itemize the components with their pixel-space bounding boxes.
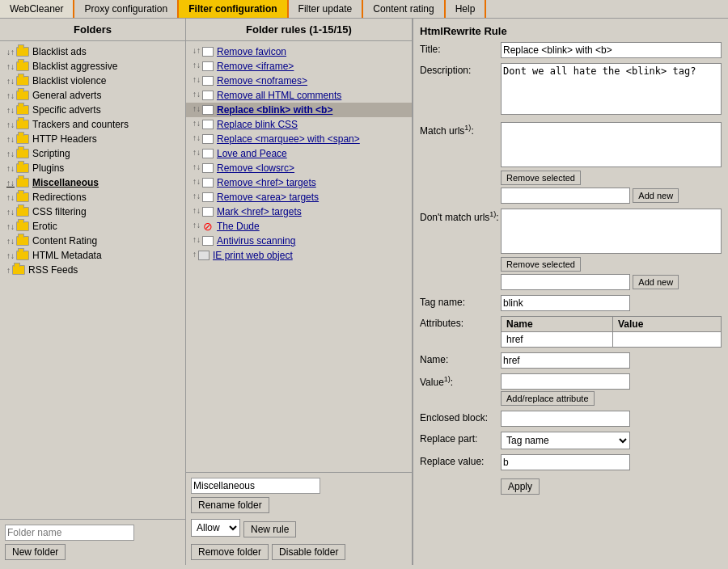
rule-arrows: ↑↓ [193,162,201,171]
rule-icon [202,61,214,71]
rule-item-replace-blink[interactable]: ↑↓ Replace <blink> with <b> [186,103,412,117]
rule-link[interactable]: Antivirus scanning [217,235,295,247]
rule-item-the-dude[interactable]: ↑↓ ⊘ The Dude [186,219,412,234]
dont-match-urls-box[interactable] [501,209,722,254]
dont-match-urls-remove-btn[interactable]: Remove selected [501,257,581,272]
folder-item-general-adverts[interactable]: ↑↓ General adverts [0,88,185,103]
rule-item-replace-marquee[interactable]: ↑↓ Replace <marquee> with <span> [186,132,412,146]
folder-arrows: ↑↓ [6,91,15,100]
rule-icon [202,91,214,100]
rule-icon [202,134,214,144]
rule-arrows: ↑↓ [193,206,201,215]
rule-link[interactable]: Replace <blink> with <b> [217,104,332,116]
folder-item-blacklist-ads[interactable]: ↓↑ Blacklist ads [0,44,185,59]
rule-item-remove-href-targets[interactable]: ↑↓ Remove <href> targets [186,175,412,190]
rule-item-remove-noframes[interactable]: ↑↓ Remove <noframes> [186,74,412,88]
attr-row: href [502,332,722,348]
disable-folder-button[interactable]: Disable folder [272,544,345,560]
folder-item-erotic[interactable]: ↑↓ Erotic [0,219,185,234]
value-input[interactable] [501,373,630,390]
rule-link[interactable]: Remove <area> targets [217,192,319,203]
folder-label: HTTP Headers [32,133,97,145]
description-textarea[interactable]: Dont we all hate the <blink> tag? [501,63,722,115]
nav-proxy-config[interactable]: Proxy configuration [74,0,179,18]
folder-item-scripting[interactable]: ↑↓ Scripting [0,146,185,161]
folder-item-html-metadata[interactable]: ↑↓ HTML Metadata [0,248,185,263]
rule-link[interactable]: IE print web object [213,250,293,261]
remove-folder-button[interactable]: Remove folder [191,544,269,560]
folder-name-input[interactable] [5,525,134,541]
match-urls-box[interactable] [501,122,722,167]
tag-name-input[interactable] [501,295,630,311]
nav-filter-config[interactable]: Filter configuration [179,0,288,18]
rule-item-remove-favicon[interactable]: ↓↑ Remove favicon [186,44,412,59]
folder-item-miscellaneous[interactable]: ↑↓ Miscellaneous [0,175,185,190]
rule-link[interactable]: Remove <href> targets [217,177,316,188]
dont-match-urls-add-btn[interactable]: Add new [633,275,679,289]
rule-link[interactable]: The Dude [217,221,260,232]
rule-item-love-and-peace[interactable]: ↑↓ Love and Peace [186,146,412,161]
rule-link[interactable]: Mark <href> targets [217,206,302,217]
folder-item-plugins[interactable]: ↑↓ Plugins [0,161,185,175]
allow-select[interactable]: Allow Deny Ignore [191,519,240,537]
rule-item-replace-blink-css[interactable]: ↑↓ Replace blink CSS [186,117,412,132]
rule-item-remove-iframe[interactable]: ↑↓ Remove <iframe> [186,59,412,74]
title-input[interactable] [501,42,722,58]
folder-label: HTML Metadata [32,250,102,261]
nav-webcleaner[interactable]: WebCleaner [0,0,74,18]
enclosed-block-input[interactable] [501,411,630,427]
tag-name-value [501,295,722,311]
rule-link[interactable]: Replace <marquee> with <span> [217,133,360,145]
folder-item-rss-feeds[interactable]: ↑ RSS Feeds [0,263,185,277]
rule-link[interactable]: Remove favicon [217,46,286,57]
nav-content-rating[interactable]: Content rating [363,0,445,18]
folder-item-content-rating[interactable]: ↑↓ Content Rating [0,234,185,248]
replace-part-select[interactable]: Tag name Attributes Content Whole tag [501,432,630,449]
nav-help[interactable]: Help [446,0,487,18]
add-replace-attr-button[interactable]: Add/replace attribute [501,391,595,406]
match-urls-add-btn[interactable]: Add new [633,188,679,203]
match-urls-remove-btn[interactable]: Remove selected [501,171,581,185]
rule-item-remove-area-targets[interactable]: ↑↓ Remove <area> targets [186,190,412,204]
description-label: Description: [420,63,501,76]
new-folder-button[interactable]: New folder [5,544,66,560]
rule-icon [202,47,214,57]
rule-item-antivirus-scanning[interactable]: ↑↓ Antivirus scanning [186,234,412,248]
rules-header: Folder rules (1-15/15) [186,19,412,41]
folder-item-trackers-counters[interactable]: ↑↓ Trackers and counters [0,117,185,132]
rule-link[interactable]: Love and Peace [217,148,287,159]
name-input[interactable] [501,352,630,369]
nav-filter-update[interactable]: Filter update [289,0,364,18]
rule-link[interactable]: Remove <iframe> [217,61,294,72]
attr-col-value: Value [613,317,722,332]
apply-button[interactable]: Apply [501,478,540,495]
folder-item-blacklist-aggressive[interactable]: ↑↓ Blacklist aggressive [0,59,185,74]
rules-list: ↓↑ Remove favicon ↑↓ Remove <iframe> ↑↓ … [186,41,412,472]
rule-item-ie-print-web-object[interactable]: ↑ IE print web object [186,248,412,263]
new-rule-button[interactable]: New rule [243,521,296,537]
rule-item-remove-lowsrc[interactable]: ↑↓ Remove <lowsrc> [186,161,412,175]
folder-item-redirections[interactable]: ↑↓ Redirections [0,190,185,204]
rule-item-mark-href-targets[interactable]: ↑↓ Mark <href> targets [186,204,412,219]
title-row: Title: [420,42,722,58]
rule-arrows: ↑↓ [193,235,201,244]
dont-match-urls-add-input[interactable] [501,274,630,290]
folder-arrows: ↑↓ [6,77,15,86]
rule-link[interactable]: Remove <noframes> [217,75,307,86]
name-row: Name: [420,352,722,369]
rename-folder-button[interactable]: Rename folder [191,497,269,513]
folder-icon [16,178,29,188]
folder-item-blacklist-violence[interactable]: ↑↓ Blacklist violence [0,74,185,88]
folder-name-display[interactable] [191,478,320,494]
folder-item-specific-adverts[interactable]: ↑↓ Specific adverts [0,103,185,117]
rule-link[interactable]: Replace blink CSS [217,119,298,130]
folder-item-http-headers[interactable]: ↑↓ HTTP Headers [0,132,185,146]
folder-item-css-filtering[interactable]: ↑↓ CSS filtering [0,204,185,219]
rule-item-remove-html-comments[interactable]: ↑↓ Remove all HTML comments [186,88,412,103]
rule-link[interactable]: Remove <lowsrc> [217,162,294,174]
rule-link[interactable]: Remove all HTML comments [217,90,341,101]
folder-arrows: ↑↓ [6,106,15,115]
match-urls-add-input[interactable] [501,188,630,204]
rule-arrows: ↑ [193,250,197,259]
replace-value-input[interactable] [501,454,630,470]
